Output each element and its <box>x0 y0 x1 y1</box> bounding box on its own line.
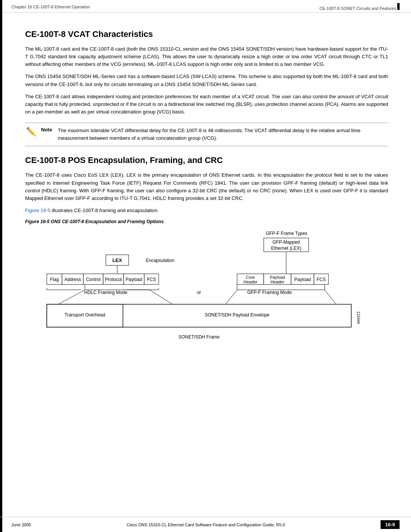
gfp-mapped-label2: Ethernet (LEX) <box>271 246 301 251</box>
gfp-payload: Payload <box>294 277 311 282</box>
main-content: CE-100T-8 VCAT Characteristics The ML-10… <box>2 13 411 363</box>
svg-line-18 <box>226 290 237 304</box>
hdlc-flag: Flag <box>50 277 59 282</box>
header-right: CE-100T-8 SONET Circuits and Features <box>319 3 400 11</box>
gfp-core-header-line1: Core <box>246 275 255 280</box>
lex-box-label: LEX <box>112 257 122 263</box>
note-icon: ✏️ <box>25 128 37 136</box>
figure-ref-para: Figure 16-5 illustrates CE-100T-8 framin… <box>25 207 388 214</box>
diagram-container: GFP-F Frame Types GFP-Mapped Ethernet (L… <box>25 228 388 347</box>
or-label: or <box>197 290 201 295</box>
header-bar <box>397 3 400 10</box>
hdlc-protocol: Protocol <box>105 277 122 282</box>
section2-para1: The CE-100T-8 uses Cisco EoS LEX (LEX). … <box>25 171 388 202</box>
section1-para2: The ONS 15454 SONET/SDH ML-Series card h… <box>25 73 388 88</box>
transport-overhead-label: Transport Overhead <box>65 312 105 318</box>
hdlc-framing-label: HDLC Framing Mode <box>84 290 127 295</box>
svg-line-13 <box>58 290 85 304</box>
section1-title: CE-100T-8 VCAT Characteristics <box>25 29 388 39</box>
sonet-payload-label: SONET/SDH Payload Envelope <box>205 312 269 318</box>
gfp-core-header-line2: Header <box>244 280 257 284</box>
svg-line-21 <box>325 290 336 304</box>
encapsulation-label: Encapsulation <box>146 258 174 263</box>
gfp-mapped-label: GFP-Mapped <box>272 240 300 245</box>
hdlc-control: Control <box>86 277 101 282</box>
section2-title: CE-100T-8 POS Encapsulation, Framing, an… <box>25 155 388 165</box>
hdlc-fcs: FCS <box>147 277 156 282</box>
diagram-svg: GFP-F Frame Types GFP-Mapped Ethernet (L… <box>25 228 388 346</box>
section1-para1: The ML-100T-8 card and the CE-100T-8 car… <box>25 45 388 68</box>
gfp-payload-header-line2: Header <box>271 280 284 284</box>
page-header: Chapter 16 CE-100T-8 Ethernet Operation … <box>0 0 411 13</box>
svg-line-16 <box>150 290 172 304</box>
section1-para3: The CE-100T-8 card allows independent ro… <box>25 93 388 116</box>
figure-link[interactable]: Figure 16-5 <box>25 208 50 213</box>
figure-link-suffix: illustrates CE-100T-8 framing and encaps… <box>50 208 159 213</box>
hdlc-payload: Payload <box>126 277 142 282</box>
note-label: Note <box>41 127 55 142</box>
sonet-frame-label: SONET/SDH Frame <box>178 334 220 340</box>
gfp-frame-types-label: GFP-F Frame Types <box>266 231 307 236</box>
header-left: Chapter 16 CE-100T-8 Ethernet Operation <box>11 5 90 9</box>
note-box: ✏️ Note The maximum tolerable VCAT diffe… <box>25 123 388 146</box>
gfp-payload-header-line1: Payload <box>270 275 285 280</box>
note-text: The maximum tolerable VCAT differential … <box>58 127 388 142</box>
gfp-framing-label: GFP-F Framing Mode <box>247 290 292 295</box>
page-footer: June 2005 Cisco ONS 15310-CL Ethernet Ca… <box>0 517 411 532</box>
page-number: 16-9 <box>381 520 400 529</box>
left-bar <box>0 0 2 532</box>
footer-center: Cisco ONS 15310-CL Ethernet Card Softwar… <box>127 522 285 527</box>
figure-caption: Figure 16-5 ONS CE-100T-8 Encapsulation … <box>25 219 388 224</box>
footer-left: June 2005 <box>11 522 31 527</box>
hdlc-address: Address <box>64 277 81 282</box>
image-number: 115444 <box>356 311 360 324</box>
note-content-area: Note The maximum tolerable VCAT differen… <box>41 127 388 142</box>
gfp-fcs: FCS <box>317 277 326 282</box>
